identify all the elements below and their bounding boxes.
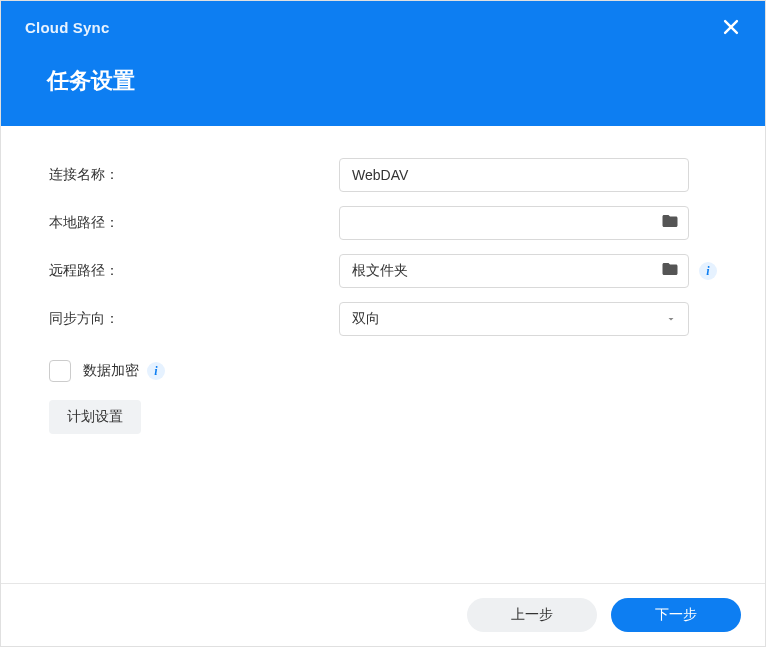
row-remote-path: 远程路径： i — [49, 254, 717, 288]
row-data-encryption: 数据加密 i — [49, 360, 717, 382]
close-button[interactable] — [721, 19, 741, 39]
label-local-path: 本地路径： — [49, 214, 339, 232]
dialog-footer: 上一步 下一步 — [1, 583, 765, 646]
local-path-input[interactable] — [339, 206, 689, 240]
dialog-body: 连接名称： 本地路径： 远程路径： — [1, 126, 765, 583]
sync-direction-value: 双向 — [352, 310, 380, 328]
row-sync-direction: 同步方向： 双向 — [49, 302, 717, 336]
chevron-down-icon — [665, 313, 677, 325]
remote-path-info[interactable]: i — [699, 262, 717, 280]
row-local-path: 本地路径： — [49, 206, 717, 240]
label-remote-path: 远程路径： — [49, 262, 339, 280]
folder-icon — [661, 212, 679, 234]
schedule-settings-button[interactable]: 计划设置 — [49, 400, 141, 434]
folder-icon — [661, 260, 679, 282]
browse-remote-folder-button[interactable] — [661, 260, 679, 282]
remote-path-input[interactable] — [339, 254, 689, 288]
sync-direction-select[interactable]: 双向 — [339, 302, 689, 336]
next-button[interactable]: 下一步 — [611, 598, 741, 632]
app-title: Cloud Sync — [25, 19, 741, 36]
info-icon: i — [706, 264, 709, 279]
row-connection-name: 连接名称： — [49, 158, 717, 192]
label-sync-direction: 同步方向： — [49, 310, 339, 328]
page-title: 任务设置 — [47, 66, 741, 96]
info-icon: i — [154, 364, 157, 379]
close-icon — [723, 19, 739, 39]
dialog-header: Cloud Sync 任务设置 — [1, 1, 765, 126]
prev-button[interactable]: 上一步 — [467, 598, 597, 632]
browse-local-folder-button[interactable] — [661, 212, 679, 234]
label-connection-name: 连接名称： — [49, 166, 339, 184]
connection-name-input[interactable] — [339, 158, 689, 192]
encrypt-checkbox[interactable] — [49, 360, 71, 382]
encrypt-info[interactable]: i — [147, 362, 165, 380]
label-encrypt: 数据加密 — [83, 362, 139, 380]
